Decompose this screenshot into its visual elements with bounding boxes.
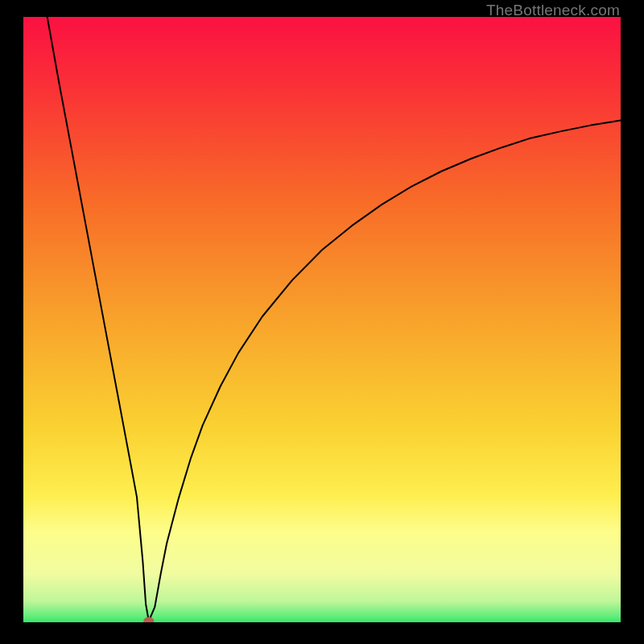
chart-frame: TheBottleneck.com: [0, 0, 644, 644]
chart-svg: [23, 17, 621, 622]
gradient-background: [23, 17, 621, 622]
attribution-text: TheBottleneck.com: [486, 2, 620, 19]
plot-area: [23, 17, 621, 622]
